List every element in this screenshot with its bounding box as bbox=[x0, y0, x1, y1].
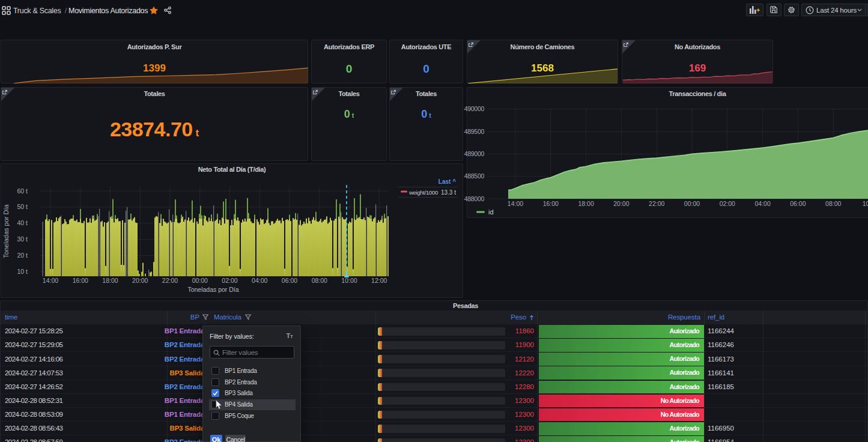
svg-text:60 t: 60 t bbox=[17, 187, 28, 195]
svg-text:Toneladas por Día: Toneladas por Día bbox=[2, 204, 10, 258]
svg-text:06:00: 06:00 bbox=[282, 277, 297, 284]
svg-text:10 t: 10 t bbox=[17, 268, 28, 275]
svg-text:12:00: 12:00 bbox=[371, 277, 387, 284]
svg-text:40 t: 40 t bbox=[17, 219, 28, 226]
svg-text:weight/1000: weight/1000 bbox=[408, 189, 438, 196]
svg-text:20 t: 20 t bbox=[17, 252, 28, 259]
svg-text:02:00: 02:00 bbox=[222, 277, 237, 284]
svg-text:14:00: 14:00 bbox=[43, 277, 58, 284]
svg-text:13.3 t: 13.3 t bbox=[441, 189, 456, 196]
svg-text:20:00: 20:00 bbox=[132, 277, 148, 284]
svg-text:04:00: 04:00 bbox=[252, 277, 267, 284]
svg-text:10:00: 10:00 bbox=[341, 277, 357, 284]
svg-text:22:00: 22:00 bbox=[162, 277, 178, 284]
svg-text:08:00: 08:00 bbox=[312, 277, 327, 284]
svg-text:16:00: 16:00 bbox=[73, 277, 88, 284]
svg-text:Last ^: Last ^ bbox=[439, 178, 456, 185]
svg-text:00:00: 00:00 bbox=[192, 277, 208, 284]
svg-text:18:00: 18:00 bbox=[102, 277, 118, 284]
svg-text:50 t: 50 t bbox=[17, 203, 28, 210]
svg-text:30 t: 30 t bbox=[17, 235, 28, 243]
svg-text:Toneladas por Día: Toneladas por Día bbox=[187, 286, 238, 293]
